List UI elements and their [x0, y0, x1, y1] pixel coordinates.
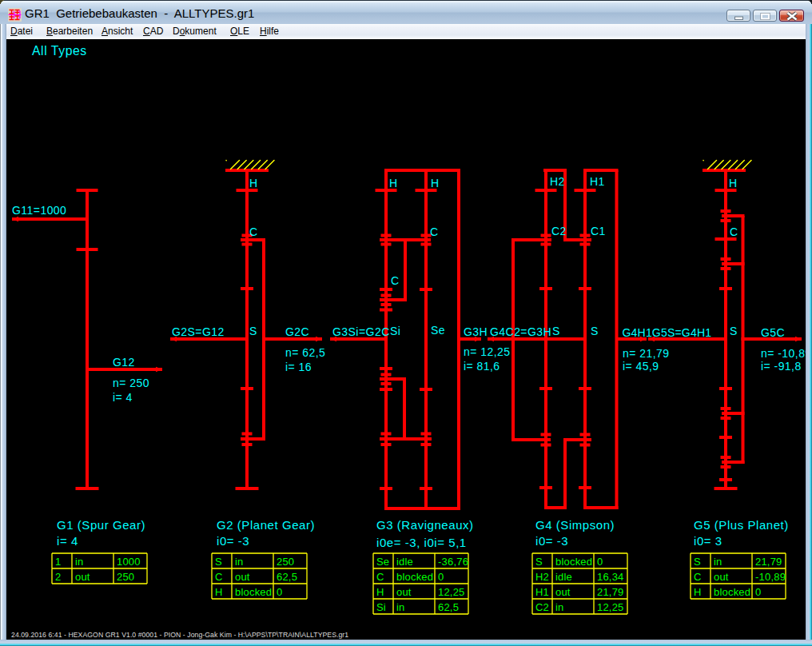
svg-text:S: S — [535, 556, 543, 568]
svg-text:in: in — [75, 556, 84, 568]
svg-text:-10,89: -10,89 — [755, 571, 786, 583]
svg-text:C: C — [694, 571, 702, 583]
svg-text:n= 250: n= 250 — [113, 377, 149, 389]
svg-text:G3 (Ravigneaux): G3 (Ravigneaux) — [376, 518, 474, 532]
svg-text:H: H — [431, 177, 440, 189]
svg-text:G2 (Planet Gear): G2 (Planet Gear) — [217, 518, 315, 532]
svg-text:S: S — [552, 325, 560, 337]
svg-text:i= 4: i= 4 — [57, 534, 78, 548]
svg-text:C: C — [249, 225, 258, 238]
svg-text:H: H — [376, 586, 384, 598]
svg-text:i= 16: i= 16 — [285, 361, 312, 373]
svg-text:0: 0 — [755, 586, 761, 598]
svg-text:1: 1 — [55, 556, 61, 568]
svg-text:i0= -3: i0= -3 — [535, 534, 568, 548]
svg-text:12,25: 12,25 — [438, 586, 465, 598]
svg-text:62,5: 62,5 — [277, 571, 297, 583]
svg-text:H1: H1 — [535, 586, 549, 598]
svg-text:Si: Si — [390, 325, 400, 337]
svg-text:Si: Si — [376, 601, 386, 613]
svg-text:H2: H2 — [550, 175, 565, 188]
svg-text:250: 250 — [277, 556, 294, 568]
svg-text:H: H — [249, 177, 258, 189]
svg-text:S: S — [694, 556, 701, 568]
svg-text:G2S=G12: G2S=G12 — [172, 325, 225, 338]
svg-text:out: out — [235, 571, 250, 583]
svg-text:idle: idle — [396, 556, 413, 568]
svg-text:0: 0 — [597, 556, 603, 568]
svg-text:G3H: G3H — [464, 325, 488, 338]
svg-text:C1: C1 — [591, 225, 606, 237]
svg-text:S: S — [730, 325, 738, 337]
svg-text:n= -10,89: n= -10,89 — [761, 347, 806, 360]
svg-text:G4H1G5S=G4H1: G4H1G5S=G4H1 — [623, 326, 712, 339]
svg-text:i= 81,6: i= 81,6 — [464, 360, 500, 373]
svg-text:G2C: G2C — [285, 325, 309, 338]
svg-text:in: in — [235, 556, 244, 568]
svg-text:24.09.2016 6:41 - HEXAGON GR1: 24.09.2016 6:41 - HEXAGON GR1 V1.0 #0001… — [11, 631, 348, 639]
svg-text:S: S — [591, 325, 599, 337]
svg-text:blocked: blocked — [235, 586, 272, 598]
svg-text:i0= -3: i0= -3 — [217, 534, 249, 548]
svg-text:C: C — [376, 571, 384, 583]
svg-text:1000: 1000 — [117, 556, 141, 568]
svg-text:i0= 3: i0= 3 — [694, 534, 722, 548]
svg-text:250: 250 — [117, 571, 134, 583]
svg-text:H2: H2 — [535, 571, 549, 583]
svg-text:H: H — [729, 177, 738, 189]
svg-text:i= 4: i= 4 — [113, 391, 133, 404]
svg-text:G4 (Simpson): G4 (Simpson) — [535, 518, 615, 532]
svg-text:G12: G12 — [113, 356, 135, 369]
svg-text:n= 12,25: n= 12,25 — [464, 345, 511, 358]
svg-text:S: S — [215, 556, 222, 568]
svg-text:S: S — [249, 325, 257, 337]
svg-text:blocked: blocked — [555, 556, 592, 568]
svg-text:G11=1000: G11=1000 — [12, 204, 66, 217]
svg-text:C: C — [215, 571, 223, 583]
svg-text:out: out — [555, 586, 571, 598]
svg-text:H1: H1 — [590, 175, 605, 188]
svg-text:0: 0 — [277, 586, 282, 598]
svg-text:out: out — [75, 571, 90, 583]
svg-text:in: in — [714, 556, 722, 568]
svg-text:21,79: 21,79 — [597, 586, 624, 598]
svg-text:C: C — [391, 274, 400, 287]
svg-text:blocked: blocked — [396, 571, 433, 583]
svg-text:62,5: 62,5 — [438, 601, 459, 613]
svg-text:Se: Se — [376, 556, 389, 568]
svg-text:n= 21,79: n= 21,79 — [623, 347, 670, 360]
svg-text:Se: Se — [431, 324, 445, 337]
svg-text:0: 0 — [438, 571, 444, 583]
svg-text:G1 (Spur Gear): G1 (Spur Gear) — [57, 518, 145, 532]
svg-text:12,25: 12,25 — [597, 601, 624, 613]
svg-text:C2: C2 — [535, 601, 549, 613]
svg-text:C: C — [430, 225, 439, 238]
svg-text:G5 (Plus Planet): G5 (Plus Planet) — [694, 518, 789, 532]
svg-text:16,34: 16,34 — [597, 571, 624, 583]
svg-text:2: 2 — [55, 571, 61, 583]
svg-text:i0e= -3, i0i= 5,1: i0e= -3, i0i= 5,1 — [376, 536, 467, 549]
svg-text:blocked: blocked — [714, 586, 750, 598]
svg-text:H: H — [389, 177, 398, 189]
svg-text:H: H — [215, 586, 223, 598]
svg-text:G4C2=G3H: G4C2=G3H — [490, 325, 551, 338]
svg-text:n= 62,5: n= 62,5 — [285, 346, 325, 359]
svg-text:-36,76: -36,76 — [438, 556, 468, 568]
svg-text:i= -91,8: i= -91,8 — [761, 360, 802, 373]
svg-text:out: out — [714, 571, 729, 583]
svg-text:in: in — [396, 601, 405, 613]
svg-text:21,79: 21,79 — [755, 556, 782, 568]
svg-text:C: C — [730, 225, 738, 238]
svg-text:in: in — [555, 601, 564, 613]
svg-text:G3Si=G2C: G3Si=G2C — [332, 325, 390, 338]
svg-text:C2: C2 — [551, 225, 567, 237]
svg-text:G5C: G5C — [761, 326, 785, 339]
svg-text:i= 45,9: i= 45,9 — [623, 360, 659, 373]
svg-text:All Types: All Types — [32, 44, 87, 58]
svg-text:H: H — [694, 586, 702, 598]
svg-text:out: out — [396, 586, 412, 598]
svg-text:idle: idle — [555, 571, 572, 583]
